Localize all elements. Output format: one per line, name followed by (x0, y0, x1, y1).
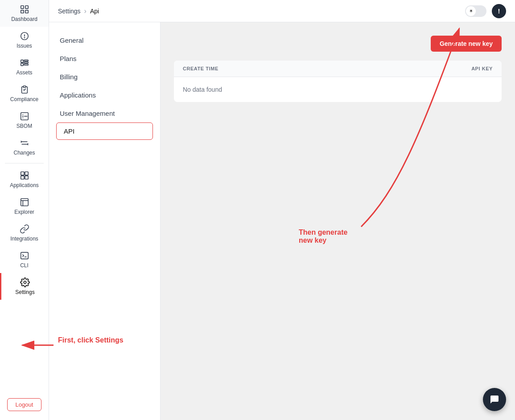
applications-icon (20, 171, 29, 180)
svg-rect-0 (21, 6, 23, 8)
svg-rect-21 (25, 172, 28, 175)
svg-rect-20 (21, 172, 24, 175)
annotation-text-second-step: Then generate new key (299, 228, 347, 245)
settings-nav-applications[interactable]: Applications (49, 86, 160, 104)
integrations-icon (20, 224, 29, 234)
sidebar-item-cli[interactable]: CLI (0, 246, 49, 273)
sidebar-label-assets: Assets (16, 69, 32, 76)
cli-icon (20, 251, 29, 261)
svg-rect-23 (25, 176, 28, 179)
topbar-right: ☀ ! (465, 4, 506, 18)
settings-navigation: General Plans Billing Applications User … (49, 22, 161, 420)
svg-point-29 (24, 281, 26, 284)
col-header-api-key: API KEY (286, 66, 493, 71)
api-table-header: CREATE TIME API KEY (174, 61, 502, 77)
sidebar-item-integrations[interactable]: Integrations (0, 220, 49, 246)
sidebar-item-changes[interactable]: Changes (0, 134, 49, 160)
svg-rect-1 (25, 6, 28, 8)
sidebar-label-sbom: SBOM (16, 123, 32, 129)
sidebar-item-explorer[interactable]: Explorer (0, 193, 49, 220)
api-table: CREATE TIME API KEY No data found (174, 61, 502, 102)
annotation-area: Then generate new key (174, 102, 502, 258)
sbom-icon (20, 111, 29, 121)
compliance-icon (20, 85, 29, 94)
breadcrumb-root[interactable]: Settings (58, 8, 81, 15)
sidebar-item-applications[interactable]: Applications (0, 166, 49, 193)
settings-icon (20, 277, 30, 287)
main-area: Settings › Api ☀ ! General Plans Billing… (49, 0, 515, 420)
api-table-empty: No data found (183, 86, 222, 93)
api-table-body: No data found (174, 77, 502, 102)
settings-nav-general[interactable]: General (49, 31, 160, 49)
issues-icon (20, 31, 29, 41)
assets-icon (20, 58, 29, 68)
sidebar-label-settings: Settings (15, 289, 34, 295)
sidebar-item-sbom[interactable]: SBOM (0, 107, 49, 134)
sidebar-item-compliance[interactable]: Compliance (0, 80, 49, 107)
svg-rect-2 (21, 10, 23, 13)
theme-toggle[interactable]: ☀ (465, 5, 486, 17)
sidebar-item-issues[interactable]: Issues (0, 27, 49, 53)
sidebar-divider (5, 163, 44, 163)
sidebar-item-dashboard[interactable]: Dashboard (0, 0, 49, 27)
breadcrumb-current: Api (90, 8, 99, 15)
svg-rect-22 (21, 176, 24, 179)
sidebar-item-settings[interactable]: Settings (0, 273, 49, 300)
svg-rect-8 (21, 63, 23, 66)
sidebar-item-assets[interactable]: Assets (0, 53, 49, 80)
settings-nav-user-management[interactable]: User Management (49, 104, 160, 122)
svg-rect-10 (24, 62, 28, 63)
chat-icon (489, 394, 500, 405)
svg-rect-7 (21, 60, 23, 63)
sidebar-label-explorer: Explorer (14, 209, 34, 215)
chat-bubble[interactable] (483, 388, 506, 411)
col-header-create-time: CREATE TIME (183, 66, 286, 71)
svg-point-14 (22, 116, 23, 117)
sidebar-label-changes: Changes (13, 150, 35, 156)
generate-key-button[interactable]: Generate new key (431, 36, 502, 52)
svg-rect-11 (24, 64, 28, 65)
svg-rect-9 (24, 60, 28, 61)
content-area: General Plans Billing Applications User … (49, 22, 515, 420)
svg-rect-12 (23, 86, 26, 88)
svg-rect-24 (21, 199, 28, 206)
svg-rect-27 (21, 253, 28, 259)
settings-content: Generate new key CREATE TIME API KEY No … (161, 22, 515, 420)
settings-nav-billing[interactable]: Billing (49, 68, 160, 86)
toggle-knob: ☀ (466, 6, 476, 16)
dashboard-icon (20, 4, 29, 14)
sidebar-label-dashboard: Dashboard (11, 16, 37, 22)
settings-nav-plans[interactable]: Plans (49, 49, 160, 68)
sidebar: Dashboard Issues Assets Compliance (0, 0, 49, 420)
alert-icon[interactable]: ! (492, 4, 506, 18)
explorer-icon (20, 197, 29, 207)
sidebar-label-cli: CLI (20, 262, 29, 269)
breadcrumb-separator: › (84, 7, 87, 15)
topbar: Settings › Api ☀ ! (49, 0, 515, 22)
sidebar-label-compliance: Compliance (10, 96, 38, 102)
changes-icon (20, 138, 29, 148)
svg-rect-3 (25, 10, 28, 13)
logout-button[interactable]: Logout (7, 398, 42, 411)
sidebar-label-issues: Issues (16, 43, 32, 49)
breadcrumb: Settings › Api (58, 7, 99, 15)
sidebar-label-integrations: Integrations (10, 236, 38, 242)
sidebar-label-applications: Applications (10, 182, 39, 188)
svg-point-6 (24, 37, 25, 38)
settings-nav-api[interactable]: API (56, 122, 153, 140)
